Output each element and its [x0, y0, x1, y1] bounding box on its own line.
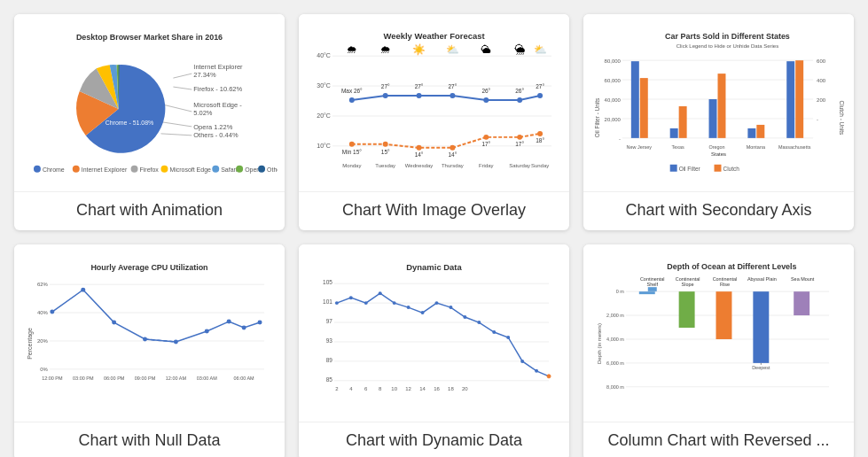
svg-text:16: 16 [434, 386, 440, 391]
svg-text:Rise: Rise [720, 282, 730, 287]
card-secondary-axis-title: Chart with Secondary Axis [583, 191, 854, 230]
column-reversed-svg: Depth of Ocean at Different Levels Conti… [590, 252, 847, 418]
svg-text:40%: 40% [37, 310, 49, 315]
chart-area-animation: Desktop Browser Market Share in 2016 Int… [14, 14, 285, 191]
svg-text:Others - 0.44%: Others - 0.44% [193, 131, 239, 139]
svg-text:Internet Explorer: Internet Explorer [82, 167, 128, 174]
svg-rect-203 [639, 291, 655, 294]
svg-point-19 [160, 166, 168, 173]
svg-text:Firefox: Firefox [140, 167, 160, 173]
svg-point-48 [517, 97, 522, 103]
line-null-svg: Hourly Average CPU Utilization Percentag… [21, 252, 278, 418]
svg-text:15°: 15° [381, 149, 390, 155]
svg-text:-: - [619, 136, 621, 142]
svg-rect-102 [747, 128, 755, 138]
svg-text:Oil Filter: Oil Filter [679, 166, 701, 172]
weather-chart-svg: Weekly Weather Forecast 40°C 30°C 20°C 1… [306, 21, 562, 188]
svg-rect-114 [715, 165, 722, 172]
svg-text:03:00 PM: 03:00 PM [73, 376, 94, 381]
svg-rect-99 [679, 106, 687, 138]
svg-text:17°: 17° [515, 141, 524, 147]
svg-point-164 [449, 306, 452, 309]
svg-text:85: 85 [326, 376, 333, 383]
svg-text:Firefox - 10.62%: Firefox - 10.62% [193, 85, 242, 93]
chart-area-reversed: Depth of Ocean at Different Levels Conti… [583, 244, 854, 422]
card-null-data[interactable]: Hourly Average CPU Utilization Percentag… [14, 244, 285, 457]
svg-point-61 [483, 135, 489, 140]
svg-point-49 [537, 93, 543, 98]
svg-text:20%: 20% [37, 338, 49, 344]
svg-line-9 [162, 105, 192, 112]
svg-point-163 [434, 301, 438, 305]
svg-text:⛅: ⛅ [534, 43, 547, 56]
svg-point-63 [537, 131, 543, 136]
svg-point-134 [258, 321, 262, 325]
svg-line-10 [162, 122, 192, 127]
svg-text:Microsoft Edge: Microsoft Edge [169, 167, 211, 174]
svg-text:🌧: 🌧 [380, 43, 391, 56]
svg-point-158 [364, 301, 368, 305]
svg-text:4: 4 [349, 386, 353, 391]
svg-text:Saturday: Saturday [509, 163, 530, 168]
svg-text:Weekly Weather Forecast: Weekly Weather Forecast [383, 31, 485, 41]
svg-text:97: 97 [326, 318, 333, 324]
svg-text:40°C: 40°C [317, 52, 331, 58]
svg-text:30°C: 30°C [317, 82, 331, 89]
svg-text:62%: 62% [37, 282, 49, 287]
svg-point-45 [417, 93, 422, 98]
svg-text:17°: 17° [481, 141, 490, 147]
svg-point-57 [349, 142, 355, 147]
chart-grid: Desktop Browser Market Share in 2016 Int… [14, 14, 854, 457]
svg-text:14°: 14° [415, 151, 424, 158]
chart-area-null: Hourly Average CPU Utilization Percentag… [14, 244, 285, 422]
svg-text:89: 89 [326, 357, 333, 363]
svg-rect-104 [786, 61, 794, 138]
svg-text:105: 105 [323, 279, 332, 285]
svg-rect-206 [753, 291, 769, 363]
svg-text:Sea Mount: Sea Mount [791, 276, 815, 282]
svg-line-7 [173, 74, 192, 78]
svg-text:20°C: 20°C [317, 112, 331, 119]
svg-text:Click Legend to Hide or Unhide: Click Legend to Hide or Unhide Data Seri… [676, 43, 778, 49]
svg-text:Others: Others [267, 167, 278, 173]
svg-point-17 [131, 166, 138, 173]
card-image-overlay[interactable]: Weekly Weather Forecast 40°C 30°C 20°C 1… [299, 14, 569, 230]
svg-text:Friday: Friday [479, 163, 494, 168]
svg-point-133 [242, 326, 246, 330]
svg-point-58 [383, 142, 388, 147]
svg-text:03:00 AM: 03:00 AM [197, 376, 218, 381]
card-dynamic-data[interactable]: Dynamic Data 105 101 97 93 89 85 [299, 244, 569, 457]
svg-text:Depth (in meters): Depth (in meters) [597, 323, 602, 364]
svg-rect-96 [631, 61, 639, 138]
svg-point-157 [349, 296, 353, 299]
svg-text:Monday: Monday [342, 163, 361, 168]
svg-text:Shelf: Shelf [647, 282, 659, 287]
card-animation[interactable]: Desktop Browser Market Share in 2016 Int… [14, 14, 285, 230]
svg-point-47 [483, 97, 489, 103]
svg-point-166 [477, 321, 481, 324]
svg-text:26°: 26° [515, 88, 524, 94]
svg-point-162 [421, 311, 425, 314]
svg-text:Clutch - Units: Clutch - Units [839, 101, 845, 136]
card-secondary-axis[interactable]: Car Parts Sold in Different States Click… [583, 14, 854, 230]
svg-point-128 [112, 321, 116, 325]
svg-text:Hourly Average CPU Utilization: Hourly Average CPU Utilization [90, 263, 207, 272]
svg-text:12: 12 [405, 386, 411, 391]
svg-point-159 [379, 291, 382, 295]
pie-chart-svg: Desktop Browser Market Share in 2016 Int… [21, 21, 278, 188]
svg-rect-112 [670, 165, 677, 172]
svg-text:Clutch: Clutch [723, 166, 739, 172]
card-column-reversed[interactable]: Depth of Ocean at Different Levels Conti… [583, 244, 854, 457]
svg-text:New Jersey: New Jersey [627, 144, 653, 150]
svg-text:Deepest: Deepest [752, 365, 770, 370]
svg-point-170 [535, 369, 538, 373]
svg-text:27°: 27° [415, 83, 424, 89]
svg-point-168 [506, 336, 510, 339]
svg-text:Tuesday: Tuesday [375, 163, 395, 168]
svg-rect-204 [679, 291, 695, 328]
svg-text:14: 14 [419, 386, 426, 391]
svg-point-46 [450, 93, 455, 98]
chart-area-secondary: Car Parts Sold in Different States Click… [583, 14, 854, 191]
bar-secondary-svg: Car Parts Sold in Different States Click… [590, 21, 847, 188]
pie-title: Desktop Browser Market Share in 2016 [76, 33, 223, 42]
